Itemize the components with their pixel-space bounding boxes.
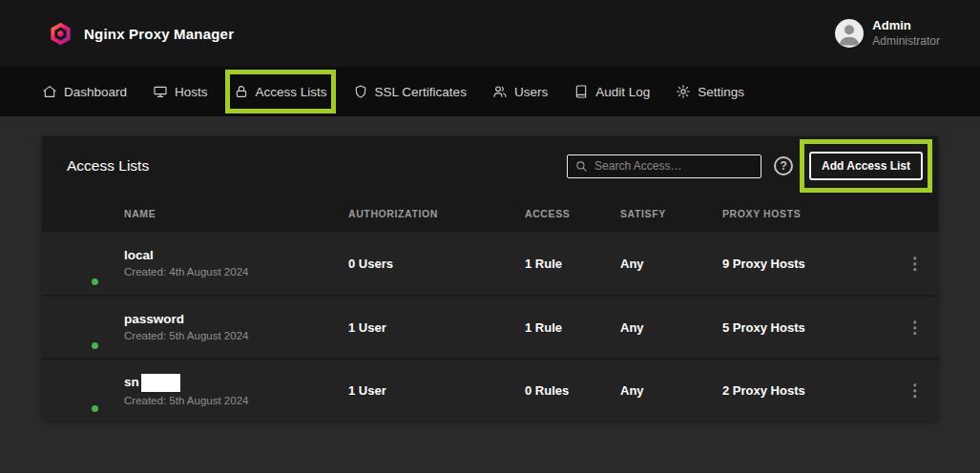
row-avatar (67, 318, 99, 350)
kebab-menu-icon[interactable]: ⋮ (900, 318, 929, 338)
brand: Nginx Proxy Manager (48, 21, 234, 47)
help-icon[interactable]: ? (774, 156, 793, 175)
search-input[interactable] (594, 159, 753, 173)
row-avatar-cell (42, 304, 124, 350)
nav-item-users[interactable]: Users (492, 84, 548, 99)
monitor-icon (153, 84, 168, 99)
table-header: NAME AUTHORIZATION ACCESS SATISFY PROXY … (42, 195, 938, 232)
access-list-name: password (124, 313, 184, 327)
users-icon (492, 84, 508, 99)
authorization-value: 0 Users (348, 257, 525, 271)
nav-item-label: Hosts (175, 85, 208, 99)
row-actions-cell: ⋮ (891, 380, 938, 401)
row-actions-cell: ⋮ (891, 254, 938, 274)
authorization-value: 1 User (348, 383, 525, 398)
online-status-dot (90, 340, 100, 351)
access-list-name: sn (124, 376, 139, 390)
card-header: Access Lists ? Add Access List (42, 136, 938, 195)
kebab-menu-icon[interactable]: ⋮ (900, 254, 929, 274)
nav-item-hosts[interactable]: Hosts (153, 84, 208, 99)
nav-item-label: Access Lists (256, 85, 327, 99)
app-logo-icon (48, 21, 73, 47)
row-name-cell: local Created: 4th August 2024 (124, 249, 348, 278)
proxy-hosts-value: 2 Proxy Hosts (722, 383, 891, 398)
nav-item-label: Dashboard (64, 85, 127, 99)
table-row[interactable]: password Created: 5th August 2024 1 User… (42, 295, 938, 358)
nav-item-dashboard[interactable]: Dashboard (42, 84, 127, 99)
authorization-value: 1 User (348, 320, 525, 335)
column-header-authorization: AUTHORIZATION (348, 208, 525, 219)
row-name-cell: password Created: 5th August 2024 (124, 313, 348, 341)
lock-icon (234, 84, 249, 99)
proxy-hosts-value: 5 Proxy Hosts (722, 320, 891, 335)
online-status-dot (90, 403, 100, 414)
column-header-satisfy: SATISFY (620, 208, 722, 219)
table-body: local Created: 4th August 2024 0 Users 1… (42, 232, 938, 421)
user-menu[interactable]: Admin Administrator (835, 18, 940, 49)
user-name: Admin (872, 18, 940, 34)
row-avatar-cell (42, 367, 124, 413)
row-name-cell: sn Created: 5th August 2024 (124, 374, 348, 407)
column-header-proxy-hosts: PROXY HOSTS (722, 208, 891, 219)
add-button-wrap: Add Access List (809, 152, 923, 180)
kebab-menu-icon[interactable]: ⋮ (900, 380, 929, 401)
access-lists-card: Access Lists ? Add Access List NAME AUTH… (42, 136, 938, 421)
nav-item-label: SSL Certificates (375, 85, 467, 99)
nav-item-ssl-certificates[interactable]: SSL Certificates (353, 84, 467, 99)
satisfy-value: Any (620, 383, 722, 398)
nav-item-access-lists[interactable]: Access Lists (234, 84, 327, 99)
content: Access Lists ? Add Access List NAME AUTH… (0, 116, 980, 421)
user-role: Administrator (872, 34, 940, 50)
proxy-hosts-value: 9 Proxy Hosts (722, 257, 891, 271)
created-date: Created: 4th August 2024 (124, 266, 348, 278)
search-box[interactable] (567, 154, 761, 178)
access-value: 0 Rules (525, 383, 620, 398)
created-date: Created: 5th August 2024 (124, 395, 348, 407)
satisfy-value: Any (620, 257, 722, 271)
shield-icon (353, 84, 368, 99)
search-icon (575, 160, 588, 173)
main-nav: Dashboard Hosts Access Lists SSL Certifi… (0, 67, 980, 116)
row-avatar (67, 254, 99, 286)
column-header-name: NAME (124, 208, 348, 219)
nav-item-audit-log[interactable]: Audit Log (573, 84, 650, 99)
page-title: Access Lists (67, 157, 567, 175)
nav-item-label: Audit Log (595, 85, 650, 99)
access-list-name: local (124, 249, 154, 263)
access-value: 1 Rule (525, 257, 620, 271)
app-title: Nginx Proxy Manager (84, 26, 234, 42)
column-header-access: ACCESS (525, 208, 620, 219)
table-row[interactable]: local Created: 4th August 2024 0 Users 1… (42, 232, 938, 295)
user-avatar (835, 19, 864, 48)
redaction-box (141, 374, 180, 392)
nav-item-label: Settings (698, 85, 744, 99)
access-value: 1 Rule (525, 320, 620, 335)
online-status-dot (90, 277, 100, 287)
created-date: Created: 5th August 2024 (124, 330, 348, 342)
user-text: Admin Administrator (872, 18, 940, 49)
topbar: Nginx Proxy Manager Admin Administrator (0, 0, 980, 67)
row-avatar-cell (42, 240, 124, 286)
nav-item-label: Users (514, 85, 548, 99)
row-avatar (67, 380, 99, 413)
table-row[interactable]: sn Created: 5th August 2024 1 User 0 Rul… (42, 358, 938, 421)
book-icon (573, 84, 589, 99)
gear-icon (676, 84, 691, 99)
row-actions-cell: ⋮ (891, 318, 938, 338)
add-access-list-button[interactable]: Add Access List (809, 152, 923, 180)
screen: Nginx Proxy Manager Admin Administrator … (0, 0, 980, 473)
home-icon (42, 84, 57, 99)
satisfy-value: Any (620, 320, 722, 335)
nav-item-settings[interactable]: Settings (676, 84, 744, 99)
